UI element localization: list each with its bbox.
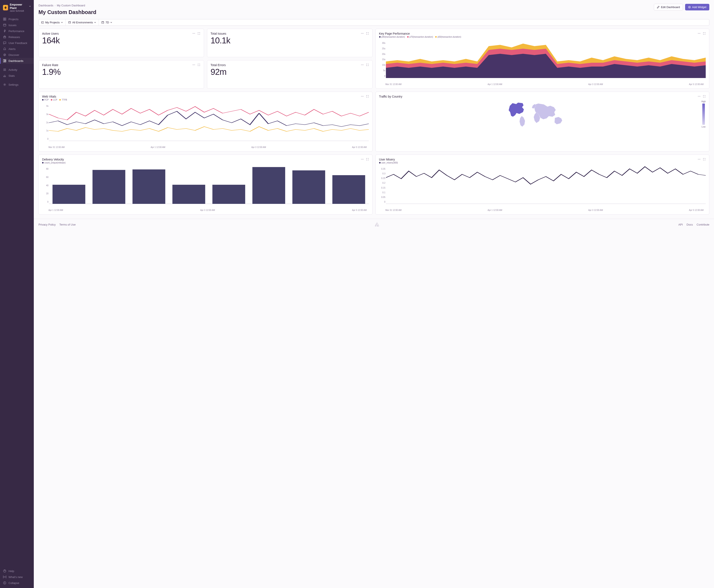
- expand-icon[interactable]: [366, 63, 369, 66]
- nav-help[interactable]: Help: [0, 568, 34, 574]
- axis-tick: 4s: [43, 105, 48, 107]
- legend-item[interactable]: LCP: [51, 99, 57, 101]
- svg-rect-2: [3, 19, 4, 20]
- nav-whats-new[interactable]: What's new: [0, 574, 34, 580]
- timerange-filter[interactable]: 7D: [99, 19, 115, 25]
- svg-point-10: [4, 84, 5, 85]
- environments-filter[interactable]: All Environments: [65, 19, 99, 25]
- expand-icon[interactable]: [197, 32, 200, 35]
- panel-title: User Misery: [379, 158, 395, 161]
- footer-api[interactable]: API: [678, 223, 683, 226]
- filter-label: My Projects: [45, 21, 60, 24]
- legend-item[interactable]: p50(transaction.duration): [435, 36, 461, 38]
- legend-item[interactable]: p95(transaction.duration): [379, 36, 405, 38]
- page-title: My Custom Dashboard: [39, 9, 96, 15]
- panel-title: Total Issues: [211, 32, 226, 35]
- legend-dot-icon: [379, 162, 381, 164]
- footer-docs[interactable]: Docs: [687, 223, 693, 226]
- svg-point-21: [361, 33, 362, 34]
- bignum-value: 10.1k: [211, 36, 369, 45]
- axis-tick: 2s: [43, 121, 48, 124]
- breadcrumb: Dashboards › My Custom Dashboard: [39, 4, 96, 7]
- footer-terms[interactable]: Terms of Use: [59, 223, 75, 226]
- org-switcher[interactable]: Empower Plant Jane Schmidt: [0, 0, 34, 15]
- add-widget-button[interactable]: Add Widget: [685, 4, 709, 10]
- key-page-chart: [386, 40, 706, 78]
- more-icon[interactable]: [361, 63, 364, 66]
- panel-title: Delivery Velocity: [42, 158, 64, 161]
- legend-label: user_misery(300): [382, 162, 398, 164]
- breadcrumb-root[interactable]: Dashboards: [39, 4, 53, 7]
- nav-label: What's new: [8, 575, 23, 579]
- main-nav: Projects Issues Performance Releases Use…: [0, 15, 34, 88]
- button-label: Add Widget: [692, 5, 706, 9]
- axis-tick: 1s: [43, 129, 48, 132]
- org-name: Empower Plant: [10, 3, 28, 9]
- panel-web-vitals: Web Vitals FCPLCPTTFB 4s3s2s1s0 Mar 31 1…: [39, 92, 372, 151]
- stats-icon: [3, 74, 6, 77]
- more-icon[interactable]: [698, 158, 700, 161]
- more-icon[interactable]: [361, 95, 364, 98]
- nav-issues[interactable]: Issues: [0, 22, 34, 28]
- expand-icon[interactable]: [366, 158, 369, 161]
- nav-alerts[interactable]: Alerts: [0, 46, 34, 52]
- expand-icon[interactable]: [703, 95, 706, 98]
- legend-item[interactable]: FCP: [42, 99, 49, 101]
- nav-user-feedback[interactable]: User Feedback: [0, 40, 34, 46]
- expand-icon[interactable]: [366, 32, 369, 35]
- legend-item[interactable]: p75(transaction.duration): [407, 36, 433, 38]
- web-vitals-chart: [49, 103, 369, 141]
- svg-point-19: [194, 33, 194, 34]
- nav-label: Help: [8, 569, 14, 573]
- nav-activity[interactable]: Activity: [0, 67, 34, 73]
- expand-icon[interactable]: [366, 95, 369, 98]
- svg-rect-16: [69, 21, 71, 23]
- svg-point-40: [361, 159, 362, 160]
- nav-performance[interactable]: Performance: [0, 28, 34, 34]
- nav-stats[interactable]: Stats: [0, 73, 34, 79]
- axis-tick: Mar 31 12:00 AM: [386, 209, 402, 211]
- svg-point-53: [699, 159, 699, 160]
- sentry-logo-icon: [375, 222, 379, 227]
- legend-dot-icon: [59, 99, 61, 101]
- axis-tick: 10s: [380, 64, 386, 66]
- performance-icon: [3, 29, 6, 33]
- expand-icon[interactable]: [703, 32, 706, 35]
- axis-tick: 80: [43, 168, 48, 170]
- expand-icon[interactable]: [197, 63, 200, 66]
- panel-user-misery: User Misery user_misery(300) 0.350.30.25…: [375, 154, 710, 214]
- legend-item[interactable]: user_misery(300): [379, 162, 398, 164]
- legend-item[interactable]: count_unique(release): [42, 162, 66, 164]
- nav-discover[interactable]: Discover: [0, 52, 34, 58]
- expand-icon[interactable]: [703, 158, 706, 161]
- project-icon: [41, 21, 44, 24]
- edit-dashboard-button[interactable]: Edit Dashboard: [654, 4, 683, 10]
- nav-projects[interactable]: Projects: [0, 16, 34, 22]
- more-icon[interactable]: [192, 63, 195, 66]
- filter-label: All Environments: [72, 21, 93, 24]
- footer-privacy[interactable]: Privacy Policy: [39, 223, 56, 226]
- axis-tick: Apr 1 12:00 AM: [488, 209, 502, 211]
- nav-collapse[interactable]: Collapse: [0, 580, 34, 586]
- nav-label: Issues: [8, 24, 17, 27]
- filter-bar: My Projects All Environments 7D: [39, 19, 709, 26]
- svg-rect-46: [132, 169, 165, 204]
- panel-title: Active Users: [42, 32, 59, 35]
- more-icon[interactable]: [361, 158, 364, 161]
- nav-label: Performance: [8, 29, 24, 33]
- sidebar: Empower Plant Jane Schmidt Projects Issu…: [0, 0, 34, 588]
- nav-settings[interactable]: Settings: [0, 82, 34, 88]
- more-icon[interactable]: [698, 95, 700, 98]
- nav-releases[interactable]: Releases: [0, 34, 34, 40]
- footer-contribute[interactable]: Contribute: [697, 223, 709, 226]
- projects-filter[interactable]: My Projects: [39, 19, 65, 25]
- dashboards-icon: [3, 59, 6, 63]
- legend-item[interactable]: TTFB: [59, 99, 67, 101]
- delivery-chart: [49, 166, 369, 204]
- more-icon[interactable]: [361, 32, 364, 35]
- more-icon[interactable]: [698, 32, 700, 35]
- nav-dashboards[interactable]: Dashboards: [0, 58, 34, 64]
- more-icon[interactable]: [192, 32, 195, 35]
- axis-tick: 0.2: [380, 182, 386, 184]
- axis-tick: 0.1: [380, 191, 386, 194]
